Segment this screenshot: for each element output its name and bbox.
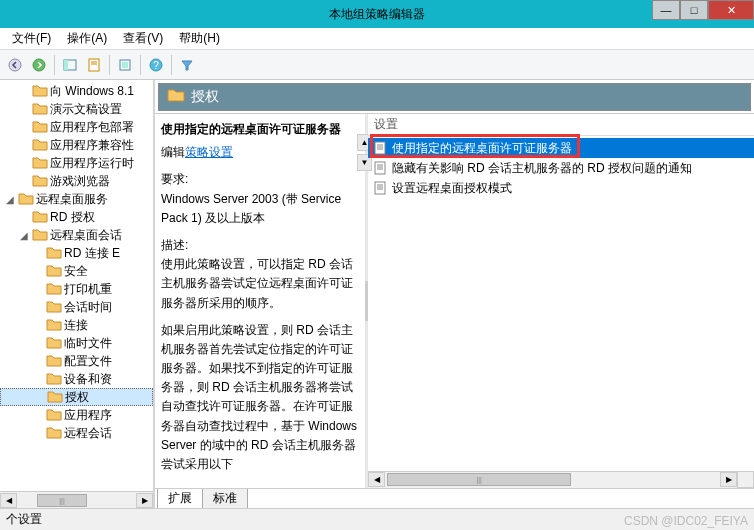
tree-item[interactable]: 演示文稿设置 bbox=[0, 100, 153, 118]
tree-item[interactable]: 游戏浏览器 bbox=[0, 172, 153, 190]
folder-icon bbox=[32, 120, 48, 134]
folder-icon bbox=[46, 246, 62, 260]
folder-icon bbox=[32, 138, 48, 152]
folder-icon bbox=[167, 88, 185, 106]
tree-item[interactable]: ◢远程桌面服务 bbox=[0, 190, 153, 208]
tree-item-label: 应用程序兼容性 bbox=[50, 137, 134, 154]
tree-item-label: 打印机重 bbox=[64, 281, 112, 298]
properties-button[interactable] bbox=[83, 54, 105, 76]
expand-toggle-icon[interactable]: ◢ bbox=[18, 230, 30, 241]
folder-icon bbox=[46, 408, 62, 422]
folder-icon bbox=[46, 372, 62, 386]
tree-h-scrollbar[interactable]: ◀ ||| ▶ bbox=[0, 491, 153, 508]
tree-item[interactable]: 授权 bbox=[0, 388, 153, 406]
tree-panel: 向 Windows 8.1演示文稿设置应用程序包部署应用程序兼容性应用程序运行时… bbox=[0, 80, 155, 508]
tree-item[interactable]: 配置文件 bbox=[0, 352, 153, 370]
tree-item[interactable]: 应用程序 bbox=[0, 406, 153, 424]
tree-item-label: 应用程序 bbox=[64, 407, 112, 424]
header-title: 授权 bbox=[191, 88, 219, 106]
close-button[interactable]: ✕ bbox=[708, 0, 754, 20]
scroll-left-button[interactable]: ◀ bbox=[0, 493, 17, 508]
tree[interactable]: 向 Windows 8.1演示文稿设置应用程序包部署应用程序兼容性应用程序运行时… bbox=[0, 80, 153, 442]
refresh-button[interactable] bbox=[114, 54, 136, 76]
folder-icon bbox=[18, 192, 34, 206]
svg-rect-19 bbox=[375, 182, 385, 194]
description-panel: 使用指定的远程桌面许可证服务器 编辑策略设置 要求:Windows Server… bbox=[155, 114, 365, 488]
forward-button[interactable] bbox=[28, 54, 50, 76]
desc-label: 描述: bbox=[161, 238, 188, 252]
scroll-right-button[interactable]: ▶ bbox=[136, 493, 153, 508]
setting-item[interactable]: 隐藏有关影响 RD 会话主机服务器的 RD 授权问题的通知 bbox=[368, 158, 754, 178]
folder-icon bbox=[46, 354, 62, 368]
filter-button[interactable] bbox=[176, 54, 198, 76]
policy-title: 使用指定的远程桌面许可证服务器 bbox=[161, 122, 341, 136]
setting-icon bbox=[372, 160, 388, 176]
list-header[interactable]: 设置 bbox=[368, 114, 754, 136]
settings-list[interactable]: 使用指定的远程桌面许可证服务器隐藏有关影响 RD 会话主机服务器的 RD 授权问… bbox=[368, 136, 754, 198]
menu-action[interactable]: 操作(A) bbox=[59, 28, 115, 49]
tree-item[interactable]: 设备和资 bbox=[0, 370, 153, 388]
folder-icon bbox=[46, 336, 62, 350]
help-button[interactable]: ? bbox=[145, 54, 167, 76]
separator bbox=[140, 55, 141, 75]
tree-item-label: 配置文件 bbox=[64, 353, 112, 370]
content-header: 授权 bbox=[158, 83, 751, 111]
tree-item[interactable]: RD 授权 bbox=[0, 208, 153, 226]
tree-item[interactable]: 会话时间 bbox=[0, 298, 153, 316]
statusbar: 个设置 CSDN @IDC02_FEIYA bbox=[0, 508, 754, 530]
setting-label: 设置远程桌面授权模式 bbox=[392, 180, 512, 197]
tree-item-label: RD 授权 bbox=[50, 209, 95, 226]
svg-text:?: ? bbox=[153, 60, 159, 71]
folder-icon bbox=[32, 84, 48, 98]
svg-rect-4 bbox=[89, 59, 99, 71]
tree-item-label: 设备和资 bbox=[64, 371, 112, 388]
tree-item-label: 远程桌面服务 bbox=[36, 191, 108, 208]
folder-icon bbox=[46, 300, 62, 314]
back-button[interactable] bbox=[4, 54, 26, 76]
tree-item-label: 应用程序运行时 bbox=[50, 155, 134, 172]
edit-prefix: 编辑 bbox=[161, 145, 185, 159]
tree-item[interactable]: ◢远程桌面会话 bbox=[0, 226, 153, 244]
setting-item[interactable]: 使用指定的远程桌面许可证服务器 bbox=[368, 138, 754, 158]
tree-item[interactable]: 安全 bbox=[0, 262, 153, 280]
svg-point-0 bbox=[9, 59, 21, 71]
tree-item[interactable]: 打印机重 bbox=[0, 280, 153, 298]
tree-item[interactable]: 连接 bbox=[0, 316, 153, 334]
setting-item[interactable]: 设置远程桌面授权模式 bbox=[368, 178, 754, 198]
tab-standard[interactable]: 标准 bbox=[202, 489, 248, 508]
desc-p1: 使用此策略设置，可以指定 RD 会话主机服务器尝试定位远程桌面许可证服务器所采用… bbox=[161, 257, 353, 309]
svg-point-1 bbox=[33, 59, 45, 71]
menu-view[interactable]: 查看(V) bbox=[115, 28, 171, 49]
scroll-thumb[interactable]: ||| bbox=[387, 473, 571, 486]
list-h-scrollbar[interactable]: ◀ ||| ▶ bbox=[368, 471, 737, 488]
tree-item-label: 向 Windows 8.1 bbox=[50, 83, 134, 100]
scroll-right-button[interactable]: ▶ bbox=[720, 472, 737, 487]
scroll-left-button[interactable]: ◀ bbox=[368, 472, 385, 487]
separator bbox=[54, 55, 55, 75]
setting-label: 使用指定的远程桌面许可证服务器 bbox=[392, 140, 572, 157]
scroll-track[interactable]: ||| bbox=[385, 472, 720, 487]
tree-item[interactable]: RD 连接 E bbox=[0, 244, 153, 262]
tree-item[interactable]: 远程会话 bbox=[0, 424, 153, 442]
menu-help[interactable]: 帮助(H) bbox=[171, 28, 228, 49]
tree-item[interactable]: 应用程序包部署 bbox=[0, 118, 153, 136]
tree-item[interactable]: 应用程序运行时 bbox=[0, 154, 153, 172]
req-text: Windows Server 2003 (带 Service Pack 1) 及… bbox=[161, 192, 341, 225]
folder-icon bbox=[32, 210, 48, 224]
minimize-button[interactable]: — bbox=[652, 0, 680, 20]
desc-p2: 如果启用此策略设置，则 RD 会话主机服务器首先尝试定位指定的许可证服务器。如果… bbox=[161, 323, 357, 471]
tree-item[interactable]: 应用程序兼容性 bbox=[0, 136, 153, 154]
show-hide-tree-button[interactable] bbox=[59, 54, 81, 76]
edit-policy-link[interactable]: 策略设置 bbox=[185, 145, 233, 159]
maximize-button[interactable]: □ bbox=[680, 0, 708, 20]
scroll-track[interactable]: ||| bbox=[17, 493, 136, 508]
folder-icon bbox=[46, 264, 62, 278]
tree-item[interactable]: 临时文件 bbox=[0, 334, 153, 352]
expand-toggle-icon[interactable]: ◢ bbox=[4, 194, 16, 205]
scroll-thumb[interactable]: ||| bbox=[37, 494, 87, 507]
req-label: 要求: bbox=[161, 172, 188, 186]
folder-icon bbox=[47, 390, 63, 404]
tree-item[interactable]: 向 Windows 8.1 bbox=[0, 82, 153, 100]
menu-file[interactable]: 文件(F) bbox=[4, 28, 59, 49]
tab-extended[interactable]: 扩展 bbox=[157, 489, 203, 508]
